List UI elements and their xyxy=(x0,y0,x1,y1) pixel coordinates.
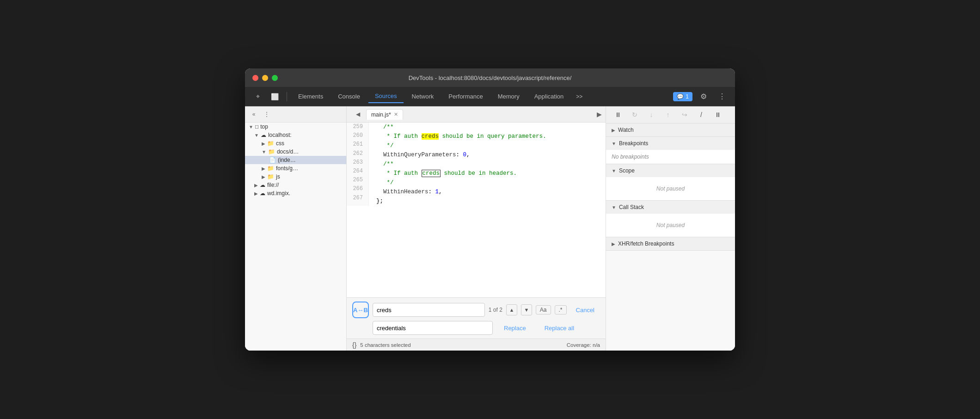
call-stack-section-header[interactable]: ▼ Call Stack xyxy=(606,201,735,214)
chevron-down-icon: ▼ xyxy=(612,168,616,173)
scope-section: ▼ Scope Not paused xyxy=(606,164,735,201)
pause-exceptions-button[interactable]: ⏸ xyxy=(711,109,724,120)
cloud-icon: ☁ xyxy=(260,190,265,197)
code-editor[interactable]: 259 260 261 262 263 264 265 266 267 /** … xyxy=(347,123,606,297)
replace-input[interactable] xyxy=(373,321,493,335)
more-tabs-button[interactable]: >> xyxy=(572,90,587,103)
tree-item-localhost[interactable]: ▼ ☁ localhost: xyxy=(245,131,346,139)
tab-console[interactable]: Console xyxy=(331,90,367,103)
maximize-button[interactable] xyxy=(272,75,278,81)
editor-tab-main[interactable]: main.js* ✕ xyxy=(366,109,403,120)
scope-section-header[interactable]: ▼ Scope xyxy=(606,164,735,177)
close-button[interactable] xyxy=(252,75,258,81)
call-stack-label: Call Stack xyxy=(619,204,644,210)
run-snippet-icon[interactable]: ▶ xyxy=(597,111,602,118)
tree-item-label: fonts/g… xyxy=(276,165,298,172)
code-line-259: /** xyxy=(376,123,598,132)
call-stack-content: Not paused xyxy=(606,214,735,237)
tree-item-label: (inde… xyxy=(278,157,296,163)
notifications-badge[interactable]: 💬 1 xyxy=(673,92,692,101)
call-stack-not-paused: Not paused xyxy=(612,217,729,233)
chevron-right-icon: ▶ xyxy=(254,183,258,188)
toggle-replace-button[interactable]: A↔B xyxy=(352,302,369,318)
chevron-down-icon: ▼ xyxy=(262,149,266,154)
chevron-down-icon: ▼ xyxy=(254,133,259,138)
sidebar-toolbar: « ⋮ xyxy=(245,106,346,123)
chat-icon: 💬 xyxy=(677,93,684,100)
tree-item-label: css xyxy=(276,140,284,147)
step-out-button[interactable]: ↑ xyxy=(662,109,674,120)
search-input[interactable] xyxy=(373,303,485,317)
tree-item-css[interactable]: ▶ 📁 css xyxy=(245,139,346,148)
code-lines-container: 259 260 261 262 263 264 265 266 267 /** … xyxy=(347,123,606,206)
replace-all-button[interactable]: Replace all xyxy=(537,323,582,333)
titlebar: DevTools - localhost:8080/docs/devtools/… xyxy=(245,68,735,87)
watch-section-header[interactable]: ▶ Watch xyxy=(606,123,735,136)
regex-button[interactable]: .* xyxy=(555,305,567,314)
search-count: 1 of 2 xyxy=(489,307,502,313)
search-row: A↔B 1 of 2 ▲ ▼ Aa .* Cancel xyxy=(352,302,600,318)
code-line-265: */ xyxy=(376,178,598,187)
back-file-icon[interactable]: ◀ xyxy=(350,108,365,121)
tab-sources[interactable]: Sources xyxy=(368,90,404,103)
tree-item-top[interactable]: ▼ □ top xyxy=(245,123,346,131)
deactivate-breakpoints-button[interactable]: / xyxy=(695,109,708,120)
close-tab-icon[interactable]: ✕ xyxy=(394,111,398,117)
match-case-button[interactable]: Aa xyxy=(536,305,551,314)
tree-item-js[interactable]: ▶ 📁 js xyxy=(245,173,346,181)
tree-item-file[interactable]: ▶ ☁ file:// xyxy=(245,181,346,189)
cancel-search-button[interactable]: Cancel xyxy=(570,305,600,315)
tree-item-index[interactable]: 📄 (inde… xyxy=(245,156,346,164)
pause-button[interactable]: ⏸ xyxy=(612,109,625,120)
breakpoints-section-header[interactable]: ▼ Breakpoints xyxy=(606,137,735,150)
code-line-261: */ xyxy=(376,141,598,150)
call-stack-section: ▼ Call Stack Not paused xyxy=(606,201,735,237)
right-debug-panel: ⏸ ↻ ↓ ↑ ↪ / ⏸ ▶ Watch ▼ Breakpoints xyxy=(606,106,735,351)
editor-area: ◀ main.js* ✕ ▶ 259 260 261 262 263 264 xyxy=(347,106,606,351)
editor-tab-bar: ◀ main.js* ✕ ▶ xyxy=(347,106,606,123)
main-toolbar: ⌖ ⬜ Elements Console Sources Network Per… xyxy=(245,87,735,106)
tree-item-fonts[interactable]: ▶ 📁 fonts/g… xyxy=(245,164,346,173)
tree-item-label: docs/d… xyxy=(277,148,299,155)
more-options-sidebar-button[interactable]: ⋮ xyxy=(262,109,272,119)
step-over-button[interactable]: ↻ xyxy=(628,109,641,120)
scope-content: Not paused xyxy=(606,177,735,200)
device-icon[interactable]: ⬜ xyxy=(267,90,282,103)
tree-item-label: localhost: xyxy=(268,132,292,138)
replace-button[interactable]: Replace xyxy=(496,323,533,333)
tree-item-docs[interactable]: ▼ 📁 docs/d… xyxy=(245,148,346,156)
tree-item-wd[interactable]: ▶ ☁ wd.imgix. xyxy=(245,189,346,197)
settings-icon[interactable]: ⚙ xyxy=(696,90,711,103)
folder-icon: 📁 xyxy=(267,140,274,147)
tab-network[interactable]: Network xyxy=(405,90,441,103)
tree-item-label: js xyxy=(276,173,280,180)
tab-performance[interactable]: Performance xyxy=(442,90,489,103)
search-next-button[interactable]: ▼ xyxy=(521,304,532,315)
scope-not-paused: Not paused xyxy=(612,181,729,197)
minimize-button[interactable] xyxy=(262,75,268,81)
collapse-all-button[interactable]: « xyxy=(249,109,259,119)
toolbar-right-actions: 💬 1 ⚙ ⋮ xyxy=(673,90,729,103)
xhr-breakpoints-section-header[interactable]: ▶ XHR/fetch Breakpoints xyxy=(606,237,735,250)
tab-application[interactable]: Application xyxy=(528,90,570,103)
tab-elements[interactable]: Elements xyxy=(292,90,330,103)
code-text: /** * If auth creds should be in query p… xyxy=(369,123,606,206)
window-title: DevTools - localhost:8080/docs/devtools/… xyxy=(409,74,572,81)
tab-memory[interactable]: Memory xyxy=(491,90,526,103)
step-button[interactable]: ↪ xyxy=(678,109,691,120)
step-into-button[interactable]: ↓ xyxy=(645,109,658,120)
search-prev-button[interactable]: ▲ xyxy=(506,304,517,315)
cloud-icon: ☁ xyxy=(261,132,266,138)
file-tree-sidebar: « ⋮ ▼ □ top ▼ ☁ localhost: ▶ 📁 css ▼ 📁 xyxy=(245,106,347,351)
tree-item-label: wd.imgix. xyxy=(267,190,290,197)
line-numbers: 259 260 261 262 263 264 265 266 267 xyxy=(347,123,369,206)
status-bar: {} 5 characters selected Coverage: n/a xyxy=(347,339,606,351)
no-breakpoints-text: No breakpoints xyxy=(612,154,649,160)
more-options-icon[interactable]: ⋮ xyxy=(715,90,729,103)
inspect-icon[interactable]: ⌖ xyxy=(251,90,265,103)
coverage-status: Coverage: n/a xyxy=(567,342,600,348)
chevron-down-icon: ▼ xyxy=(612,205,616,210)
folder-icon: 📁 xyxy=(267,173,274,180)
chevron-right-icon: ▶ xyxy=(262,166,265,171)
code-line-264: * If auth creds should be in headers. xyxy=(376,169,598,178)
